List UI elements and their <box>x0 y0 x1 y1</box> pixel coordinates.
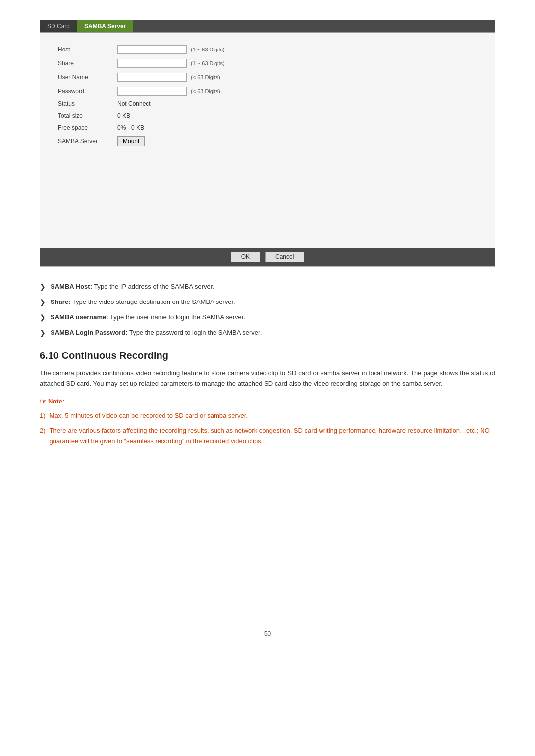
tab-bar: SD Card SAMBA Server <box>40 20 495 33</box>
host-hint: (1 ~ 63 Digits) <box>191 47 225 52</box>
free-space-value-cell: 0% - 0 KB <box>114 122 480 134</box>
status-label: Status <box>55 98 114 110</box>
bullet-text-share: Share: Type the video storage destinatio… <box>51 297 235 307</box>
form-row-username: User Name (< 63 Digits) <box>55 70 480 84</box>
username-hint: (< 63 Digits) <box>191 74 220 80</box>
section-heading: 6.10 Continuous Recording <box>40 350 495 361</box>
bullet-bold-share: Share: <box>51 298 70 305</box>
host-label: Host <box>55 43 114 56</box>
bullet-bold-password: SAMBA Login Password: <box>51 329 128 336</box>
empty-space <box>40 452 495 600</box>
form-row-samba-server: SAMBA Server Mount <box>55 134 480 149</box>
bullet-arrow-1: ❯ <box>40 282 46 292</box>
page-number: 50 <box>40 630 495 637</box>
form-table: Host (1 ~ 63 Digits) Share (1 ~ 63 Digit… <box>55 43 480 149</box>
status-value: Not Connect <box>117 101 151 107</box>
note-text-1: Max. 5 minutes of video can be recorded … <box>50 411 248 421</box>
samba-server-panel: SD Card SAMBA Server Host (1 ~ 63 Digits… <box>40 20 495 267</box>
mount-button[interactable]: Mount <box>117 136 145 146</box>
note-text-2: There are various factors affecting the … <box>50 426 495 447</box>
username-label: User Name <box>55 70 114 84</box>
share-input[interactable] <box>117 59 187 68</box>
total-size-value-cell: 0 KB <box>114 110 480 122</box>
doc-content: ❯ SAMBA Host: Type the IP address of the… <box>40 282 495 637</box>
bullet-item-host: ❯ SAMBA Host: Type the IP address of the… <box>40 282 495 292</box>
form-row-host: Host (1 ~ 63 Digits) <box>55 43 480 56</box>
tab-sd-card[interactable]: SD Card <box>40 20 77 32</box>
share-label: Share <box>55 56 114 70</box>
free-space-value: 0% - 0 KB <box>117 124 144 131</box>
password-input-cell: (< 63 Digits) <box>114 84 480 98</box>
panel-footer: OK Cancel <box>40 248 495 266</box>
bullet-arrow-2: ❯ <box>40 297 46 307</box>
password-input[interactable] <box>117 87 187 96</box>
password-hint: (< 63 Digits) <box>191 88 220 94</box>
note-num-2: 2) <box>40 426 46 436</box>
username-input-cell: (< 63 Digits) <box>114 70 480 84</box>
share-input-cell: (1 ~ 63 Digits) <box>114 56 480 70</box>
host-input-cell: (1 ~ 63 Digits) <box>114 43 480 56</box>
status-value-cell: Not Connect <box>114 98 480 110</box>
bullet-text-username: SAMBA username: Type the user name to lo… <box>51 312 245 322</box>
bullet-bold-host: SAMBA Host: <box>51 283 92 290</box>
password-label: Password <box>55 84 114 98</box>
host-input[interactable] <box>117 45 187 54</box>
note-label: ☞ Note: <box>40 397 495 406</box>
ok-button[interactable]: OK <box>231 252 260 262</box>
note-item-1: 1) Max. 5 minutes of video can be record… <box>40 411 495 421</box>
bullet-arrow-4: ❯ <box>40 328 46 338</box>
bullet-item-password: ❯ SAMBA Login Password: Type the passwor… <box>40 328 495 338</box>
bullet-bold-username: SAMBA username: <box>51 313 108 321</box>
cancel-button[interactable]: Cancel <box>265 252 304 262</box>
total-size-label: Total size <box>55 110 114 122</box>
form-row-status: Status Not Connect <box>55 98 480 110</box>
tab-samba-server[interactable]: SAMBA Server <box>77 20 133 32</box>
bullet-item-share: ❯ Share: Type the video storage destinat… <box>40 297 495 307</box>
share-hint: (1 ~ 63 Digits) <box>191 60 225 66</box>
form-row-share: Share (1 ~ 63 Digits) <box>55 56 480 70</box>
note-num-1: 1) <box>40 411 46 421</box>
samba-server-row-label: SAMBA Server <box>55 134 114 149</box>
note-list: 1) Max. 5 minutes of video can be record… <box>40 411 495 447</box>
form-row-total-size: Total size 0 KB <box>55 110 480 122</box>
free-space-label: Free space <box>55 122 114 134</box>
note-item-2: 2) There are various factors affecting t… <box>40 426 495 447</box>
bullet-item-username: ❯ SAMBA username: Type the user name to … <box>40 312 495 323</box>
form-row-free-space: Free space 0% - 0 KB <box>55 122 480 134</box>
username-input[interactable] <box>117 73 187 82</box>
panel-body: Host (1 ~ 63 Digits) Share (1 ~ 63 Digit… <box>40 33 495 248</box>
total-size-value: 0 KB <box>117 112 130 119</box>
note-icon: ☞ <box>40 397 46 406</box>
bullet-arrow-3: ❯ <box>40 312 46 323</box>
bullet-text-password: SAMBA Login Password: Type the password … <box>51 328 262 338</box>
bullet-list: ❯ SAMBA Host: Type the IP address of the… <box>40 282 495 338</box>
bullet-text-host: SAMBA Host: Type the IP address of the S… <box>51 282 214 292</box>
samba-server-btn-cell: Mount <box>114 134 480 149</box>
section-paragraph: The camera provides continuous video rec… <box>40 368 495 389</box>
form-row-password: Password (< 63 Digits) <box>55 84 480 98</box>
